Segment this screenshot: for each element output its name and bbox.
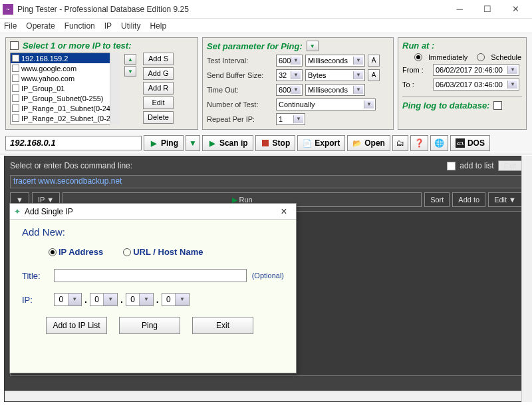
to-label: To : xyxy=(402,81,429,89)
log-title: Ping log to database: xyxy=(402,101,489,110)
tool-icon-2[interactable]: ❓ xyxy=(410,135,428,151)
add-g-button[interactable]: Add G xyxy=(143,67,174,80)
ip-list-scrollbar[interactable] xyxy=(110,53,120,124)
menu-ip[interactable]: IP xyxy=(104,21,112,31)
stop-icon xyxy=(261,138,270,148)
ip-input[interactable]: 192.168.0.1 xyxy=(5,136,142,150)
dialog-exit-button[interactable]: Exit xyxy=(192,317,253,334)
to-datetime[interactable]: 06/03/2017 03:46:00 xyxy=(433,79,519,91)
maximize-button[interactable]: ☐ xyxy=(473,1,501,17)
ip-address-radio[interactable] xyxy=(49,248,57,256)
titlebar: ~ Ping Tester - Professional Database Ed… xyxy=(0,0,532,19)
menu-help[interactable]: Help xyxy=(150,21,166,31)
from-datetime[interactable]: 06/02/2017 20:46:00 xyxy=(433,64,519,76)
add-to-ip-list-button[interactable]: Add to IP List xyxy=(46,317,107,334)
tool-icon-3[interactable]: 🌐 xyxy=(430,135,448,151)
dos-edit-dropdown[interactable]: Edit ▼ xyxy=(488,192,522,207)
title-input[interactable] xyxy=(54,269,247,282)
menu-operate[interactable]: Operate xyxy=(26,21,55,31)
minimize-button[interactable]: ─ xyxy=(446,1,473,17)
dos-scrollbar-h[interactable] xyxy=(5,391,527,401)
export-icon: 📄 xyxy=(303,138,312,148)
param-label: Send Buffer Size: xyxy=(207,71,273,79)
menu-function[interactable]: Function xyxy=(65,21,95,31)
list-item: IP_Range_01_Subnet(0-24) xyxy=(11,103,120,113)
scan-button[interactable]: ▶Scan ip xyxy=(202,135,253,151)
param-label: Time Out: xyxy=(207,86,273,94)
ping-button[interactable]: ▶Ping xyxy=(144,135,184,151)
ping-dropdown[interactable]: ▼ xyxy=(186,135,200,151)
stop-button[interactable]: Stop xyxy=(255,135,296,151)
param-label: Test Interval: xyxy=(207,57,273,65)
list-item: www.google.com xyxy=(11,63,120,73)
ip-list-scroll-down[interactable]: ▼ xyxy=(124,66,136,77)
play-icon: ▶ xyxy=(149,138,158,148)
list-item: IP_Range_02_Subnet_(0-24) xyxy=(11,113,120,123)
select-all-checkbox[interactable] xyxy=(10,41,19,50)
ip-list-scroll-up[interactable]: ▲ xyxy=(124,54,136,65)
dos-command-input[interactable]: tracert www.secondbackup.net xyxy=(10,175,522,188)
run-panel: Run at : Immediately Schedule From :06/0… xyxy=(398,37,527,130)
play-icon: ▶ xyxy=(207,138,217,148)
radio-label: Schedule xyxy=(491,53,521,61)
number-test-combo[interactable]: Continually xyxy=(276,99,376,110)
dos-sort-button[interactable]: Sort xyxy=(424,192,450,207)
export-button[interactable]: 📄Export xyxy=(297,135,345,151)
ip-select-panel: Select 1 or more IP to test: 192.168.159… xyxy=(5,37,198,130)
dos-label: Select or enter Dos command line: xyxy=(10,161,132,170)
dos-addto-button[interactable]: Add to xyxy=(452,192,485,207)
dialog-title: Add Single IP xyxy=(25,207,73,216)
main-toolbar: 192.168.0.1 ▶Ping ▼ ▶Scan ip Stop 📄Expor… xyxy=(0,132,532,154)
ip-octet-2[interactable]: 0▼ xyxy=(90,293,118,306)
add-single-ip-dialog: ✦ Add Single IP × Add New: IP Address UR… xyxy=(9,203,297,373)
buffer-size-combo[interactable]: 32 xyxy=(276,69,303,81)
dialog-ping-button[interactable]: Ping xyxy=(119,317,180,334)
param-label: Number of Test: xyxy=(207,101,273,108)
ping-params-panel: Set parameter for Ping: ▼ Test Interval:… xyxy=(202,37,394,130)
immediately-radio[interactable] xyxy=(414,53,422,61)
menu-file[interactable]: File xyxy=(4,21,17,31)
buffer-size-a[interactable]: A xyxy=(368,69,380,81)
folder-icon: 📂 xyxy=(352,138,362,148)
repeat-combo[interactable]: 1 xyxy=(276,113,305,125)
terminal-icon: c:\ xyxy=(456,138,465,148)
ip-octet-1[interactable]: 0▼ xyxy=(54,293,82,306)
menu-utility[interactable]: Utility xyxy=(121,21,140,31)
list-item: IP_Group_01 xyxy=(11,83,120,93)
params-dropdown[interactable]: ▼ xyxy=(307,41,319,51)
add-r-button[interactable]: Add R xyxy=(143,82,174,95)
test-interval-a[interactable]: A xyxy=(368,55,380,67)
app-icon: ~ xyxy=(3,4,13,15)
url-radio[interactable] xyxy=(123,248,131,256)
log-checkbox[interactable] xyxy=(493,101,502,110)
ip-octet-4[interactable]: 0▼ xyxy=(162,293,190,306)
param-label: Repeat Per IP: xyxy=(207,115,273,123)
add-s-button[interactable]: Add S xyxy=(143,53,174,65)
menubar: File Operate Function IP Utility Help xyxy=(0,19,532,33)
params-title: Set parameter for Ping: xyxy=(207,41,303,51)
edit-button[interactable]: Edit xyxy=(143,97,174,109)
dos-button[interactable]: c:\DOS xyxy=(450,135,490,151)
timeout-combo[interactable]: 600 xyxy=(276,84,303,96)
main-scrollbar-v[interactable] xyxy=(521,156,532,402)
title-label: Title: xyxy=(22,271,49,281)
ip-octet-3[interactable]: 0▼ xyxy=(126,293,154,306)
tool-icon-1[interactable]: 🗂 xyxy=(392,135,408,151)
delete-button[interactable]: Delete xyxy=(143,111,174,124)
buffer-size-unit[interactable]: Bytes xyxy=(305,69,365,81)
ip-list[interactable]: 192.168.159.2 www.google.com www.yahoo.c… xyxy=(10,53,120,124)
timeout-unit[interactable]: Milliseconds xyxy=(305,84,365,96)
dialog-icon: ✦ xyxy=(14,207,21,216)
schedule-radio[interactable] xyxy=(477,53,485,61)
from-label: From : xyxy=(402,66,429,74)
test-interval-combo[interactable]: 600 xyxy=(276,55,303,67)
run-title: Run at : xyxy=(402,41,522,51)
close-button[interactable]: ✕ xyxy=(501,1,529,17)
test-interval-unit[interactable]: Milliseconds xyxy=(305,55,365,67)
add-to-list-checkbox[interactable] xyxy=(447,162,456,170)
dialog-heading: Add New: xyxy=(22,226,284,238)
dos-exit-button[interactable]: Exit xyxy=(498,160,522,171)
dialog-close-button[interactable]: × xyxy=(276,206,292,218)
open-button[interactable]: 📂Open xyxy=(347,135,390,151)
top-panels: Select 1 or more IP to test: 192.168.159… xyxy=(0,33,532,132)
